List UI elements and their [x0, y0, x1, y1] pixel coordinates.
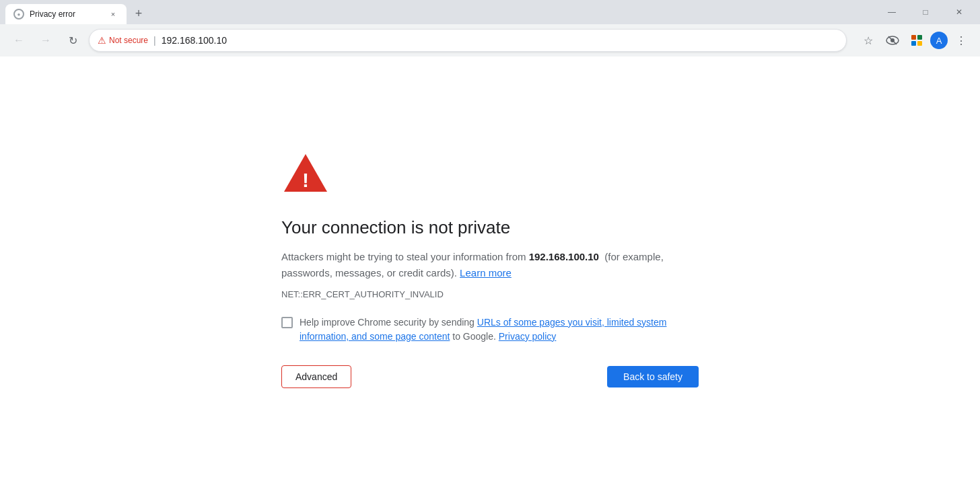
warning-triangle-icon: ! [281, 150, 330, 198]
error-title: Your connection is not private [281, 217, 510, 238]
bookmark-button[interactable]: ☆ [858, 30, 879, 51]
checkbox-after: to Google. [450, 331, 496, 342]
address-separator: | [153, 35, 156, 46]
forward-button[interactable]: → [35, 30, 57, 51]
tab-title: Privacy error [30, 9, 102, 19]
tracking-icon-svg [886, 36, 899, 45]
nav-icons: ☆ A ⋮ [858, 30, 972, 51]
back-to-safety-button[interactable]: Back to safety [607, 366, 699, 387]
error-code: NET::ERR_CERT_AUTHORITY_INVALID [281, 289, 444, 299]
browser-window: ● Privacy error × + — □ ✕ ← → ↻ ⚠ Not se… [0, 0, 980, 481]
back-button[interactable]: ← [8, 30, 30, 51]
checkbox-before: Help improve Chrome security by sending [300, 317, 477, 328]
security-warning-icon: ⚠ [98, 35, 106, 46]
tab-strip: ● Privacy error × + [5, 0, 876, 24]
advanced-button[interactable]: Advanced [281, 365, 351, 388]
window-controls: — □ ✕ [876, 0, 975, 24]
security-indicator: ⚠ Not secure [98, 35, 148, 46]
learn-more-link[interactable]: Learn more [460, 267, 512, 279]
maximize-button[interactable]: □ [910, 0, 941, 24]
description-before: Attackers might be trying to steal your … [281, 251, 529, 262]
security-label: Not secure [109, 36, 148, 45]
page-content: ! Your connection is not private Attacke… [0, 57, 980, 481]
tab-close-button[interactable]: × [108, 9, 118, 20]
button-row: Advanced Back to safety [281, 365, 699, 388]
minimize-button[interactable]: — [876, 0, 907, 24]
error-container: ! Your connection is not private Attacke… [254, 137, 726, 402]
nav-bar: ← → ↻ ⚠ Not secure | 192.168.100.10 ☆ [0, 24, 980, 57]
address-text: 192.168.100.10 [162, 35, 838, 46]
title-bar: ● Privacy error × + — □ ✕ [0, 0, 980, 24]
menu-button[interactable]: ⋮ [950, 30, 972, 51]
tab-favicon: ● [13, 9, 24, 20]
menu-icon: ⋮ [956, 34, 967, 47]
new-tab-button[interactable]: + [129, 4, 148, 23]
svg-rect-4 [917, 35, 922, 40]
checkbox-row: Help improve Chrome security by sending … [281, 316, 699, 344]
active-tab[interactable]: ● Privacy error × [5, 4, 127, 24]
error-domain: 192.168.100.10 [529, 251, 599, 262]
warning-icon-container: ! [281, 150, 330, 201]
checkbox-label: Help improve Chrome security by sending … [300, 316, 699, 344]
svg-text:!: ! [302, 169, 309, 191]
close-window-button[interactable]: ✕ [944, 0, 975, 24]
svg-rect-6 [917, 41, 922, 46]
forward-icon: → [40, 34, 51, 46]
back-icon: ← [13, 34, 24, 46]
svg-rect-5 [911, 41, 916, 46]
privacy-checkbox[interactable] [281, 317, 293, 328]
svg-line-2 [888, 36, 897, 44]
bookmark-icon: ☆ [864, 34, 873, 47]
tracking-protection-icon[interactable] [882, 30, 903, 51]
svg-rect-3 [911, 35, 916, 40]
reload-icon: ↻ [69, 34, 77, 47]
error-description: Attackers might be trying to steal your … [281, 249, 699, 281]
privacy-policy-link[interactable]: Privacy policy [499, 331, 557, 342]
reload-button[interactable]: ↻ [62, 30, 83, 51]
extensions-icon-svg [911, 34, 923, 46]
extensions-button[interactable] [906, 30, 928, 51]
profile-avatar[interactable]: A [930, 32, 948, 49]
address-bar[interactable]: ⚠ Not secure | 192.168.100.10 [89, 29, 847, 52]
